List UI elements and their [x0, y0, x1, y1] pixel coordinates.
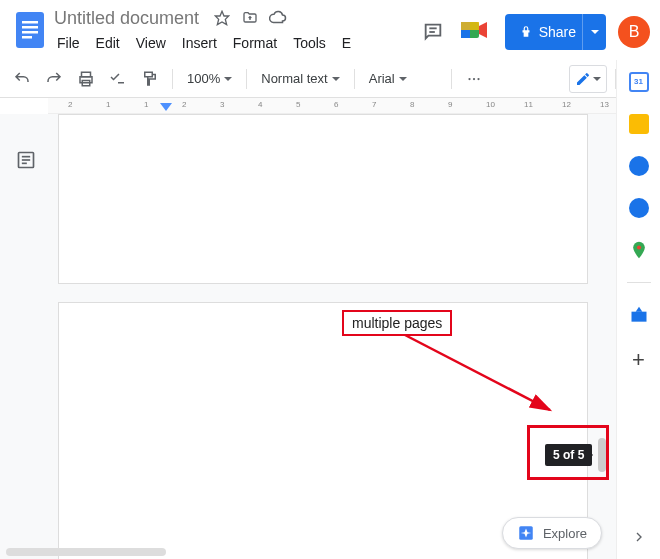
menu-edit[interactable]: Edit [89, 33, 127, 53]
ruler-number: 6 [334, 100, 338, 109]
ruler-number: 13 [600, 100, 609, 109]
paragraph-style-select[interactable]: Normal text [255, 65, 345, 93]
undo-button[interactable] [8, 65, 36, 93]
side-panel: 31 + [616, 60, 660, 559]
svg-marker-25 [635, 307, 642, 312]
ruler-number: 2 [68, 100, 72, 109]
explore-button[interactable]: Explore [502, 517, 602, 549]
contacts-app-icon[interactable] [629, 198, 649, 218]
svg-rect-10 [461, 22, 479, 30]
ruler-number: 1 [106, 100, 110, 109]
ruler-number: 5 [296, 100, 300, 109]
ruler-number: 3 [220, 100, 224, 109]
share-button[interactable]: Share [505, 14, 590, 50]
ruler-number: 11 [524, 100, 533, 109]
menu-format[interactable]: Format [226, 33, 284, 53]
toolbar: 100% Normal text Arial [0, 60, 660, 98]
ruler-number: 10 [486, 100, 495, 109]
editing-mode-button[interactable] [569, 65, 607, 93]
document-page[interactable] [58, 114, 588, 284]
svg-rect-3 [22, 31, 38, 34]
svg-rect-24 [631, 312, 646, 322]
move-icon[interactable] [241, 9, 259, 27]
get-addons-button[interactable]: + [632, 347, 645, 373]
zoom-select[interactable]: 100% [181, 65, 238, 93]
cloud-status-icon[interactable] [269, 9, 287, 27]
svg-point-16 [473, 77, 475, 79]
document-area [0, 114, 616, 559]
collapse-sidepanel-icon[interactable] [631, 529, 647, 549]
title-bar: Untitled document File Edit View Insert … [0, 0, 660, 60]
menu-insert[interactable]: Insert [175, 33, 224, 53]
menu-tools[interactable]: Tools [286, 33, 333, 53]
svg-rect-4 [22, 36, 32, 39]
more-tools-button[interactable] [460, 65, 488, 93]
font-select[interactable]: Arial [363, 65, 443, 93]
svg-marker-11 [479, 22, 487, 38]
keep-app-icon[interactable] [629, 114, 649, 134]
account-avatar[interactable]: B [618, 16, 650, 48]
svg-marker-5 [215, 11, 228, 24]
spellcheck-button[interactable] [104, 65, 132, 93]
menu-bar: File Edit View Insert Format Tools E [50, 30, 419, 56]
document-title[interactable]: Untitled document [50, 7, 203, 30]
menu-extensions-truncated[interactable]: E [335, 33, 358, 53]
menu-view[interactable]: View [129, 33, 173, 53]
ruler-number: 8 [410, 100, 414, 109]
ruler-number: 1 [144, 100, 148, 109]
vertical-scrollbar-thumb[interactable] [598, 438, 606, 472]
ruler-number: 2 [182, 100, 186, 109]
ruler-number: 4 [258, 100, 262, 109]
svg-rect-2 [22, 26, 38, 29]
ruler[interactable]: 2112345678910111213 [48, 98, 616, 114]
print-button[interactable] [72, 65, 100, 93]
meet-icon[interactable] [459, 18, 493, 46]
svg-point-17 [477, 77, 479, 79]
svg-point-23 [636, 245, 640, 249]
calendar-app-icon[interactable]: 31 [629, 72, 649, 92]
outline-toggle-icon[interactable] [12, 146, 40, 174]
horizontal-scrollbar[interactable] [6, 548, 166, 556]
svg-rect-1 [22, 21, 38, 24]
addon-app-icon[interactable] [629, 305, 649, 325]
menu-file[interactable]: File [50, 33, 87, 53]
share-label: Share [539, 24, 576, 40]
tasks-app-icon[interactable] [629, 156, 649, 176]
star-icon[interactable] [213, 9, 231, 27]
ruler-number: 12 [562, 100, 571, 109]
ruler-number: 9 [448, 100, 452, 109]
svg-marker-18 [160, 103, 172, 111]
redo-button[interactable] [40, 65, 68, 93]
margin-marker[interactable] [160, 103, 172, 113]
paint-format-button[interactable] [136, 65, 164, 93]
comments-icon[interactable] [419, 18, 447, 46]
svg-rect-0 [16, 12, 44, 48]
svg-point-15 [468, 77, 470, 79]
annotation-label: multiple pages [342, 310, 452, 336]
page-counter-tooltip: 5 of 5 [545, 444, 592, 466]
docs-logo[interactable] [10, 6, 50, 54]
share-dropdown[interactable] [582, 14, 606, 50]
explore-label: Explore [543, 526, 587, 541]
ruler-number: 7 [372, 100, 376, 109]
maps-app-icon[interactable] [629, 240, 649, 260]
